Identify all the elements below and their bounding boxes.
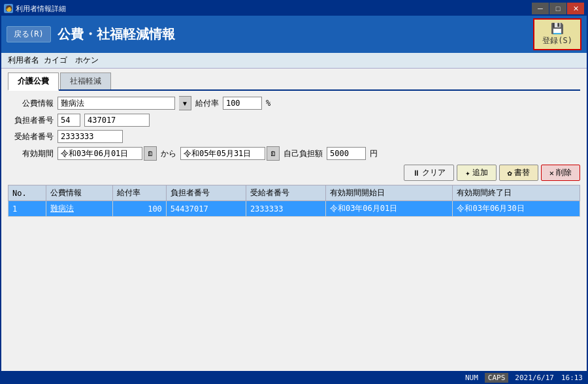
- back-button[interactable]: 戻る(R): [7, 26, 51, 42]
- cell-futan: 54437017: [166, 201, 246, 217]
- form-section: 公費情報 ▼ 給付率 % 負担者番号 受給者番号 有効期間: [8, 96, 580, 161]
- col-futan: 負担者番号: [166, 185, 246, 201]
- cell-no: 1: [8, 201, 46, 217]
- table-row[interactable]: 1 難病法 100 54437017 2333333 令和03年06月01日 令…: [8, 201, 580, 217]
- close-button[interactable]: ✕: [567, 3, 584, 14]
- titlebar: 🧑 利用者情報詳細 ─ □ ✕: [1, 1, 587, 16]
- yukokikan-row: 有効期間 🗓 から 🗓 自己負担額 円: [8, 146, 580, 161]
- to-date-cal-button[interactable]: 🗓: [267, 146, 280, 161]
- kara-text: から: [161, 148, 176, 159]
- clear-button[interactable]: ⏸ クリア: [404, 165, 454, 181]
- add-label: 追加: [472, 167, 488, 178]
- add-button[interactable]: ✦ 追加: [457, 165, 496, 181]
- tab-kohi[interactable]: 介護公費: [8, 72, 59, 91]
- col-kyufu: 給付率: [112, 185, 166, 201]
- delete-button[interactable]: ✕ 削除: [541, 165, 580, 181]
- clear-label: クリア: [422, 167, 446, 178]
- register-button[interactable]: 💾 登録(S): [533, 18, 581, 50]
- table-header: No. 公費情報 給付率 負担者番号 受給者番号 有効期間開始日 有効期間終了日: [8, 185, 580, 201]
- from-date-cal-button[interactable]: 🗓: [144, 146, 157, 161]
- jukyusha-row: 受給者番号: [8, 130, 580, 143]
- titlebar-title: 利用者情報詳細: [16, 4, 66, 14]
- num-indicator: NUM: [465, 374, 478, 382]
- delete-label: 削除: [556, 167, 572, 178]
- kyufuritsu-input[interactable]: [223, 97, 262, 110]
- copy-icon: ✿: [508, 168, 512, 178]
- clear-icon: ⏸: [412, 168, 420, 178]
- maximize-button[interactable]: □: [549, 3, 566, 14]
- kyufuritsu-unit: %: [266, 99, 270, 108]
- table-header-row: No. 公費情報 給付率 負担者番号 受給者番号 有効期間開始日 有効期間終了日: [8, 185, 580, 201]
- titlebar-left: 🧑 利用者情報詳細: [4, 4, 66, 14]
- table-body: 1 難病法 100 54437017 2333333 令和03年06月01日 令…: [8, 201, 580, 217]
- kohi-info-label: 公費情報: [8, 98, 54, 109]
- yukokikan-label: 有効期間: [8, 148, 54, 159]
- futan-row: 負担者番号: [8, 114, 580, 127]
- cell-kohi-info: 難病法: [46, 201, 112, 217]
- header: 戻る(R) 公費・社福軽減情報 💾 登録(S): [1, 16, 587, 53]
- cell-jukyusha: 2333333: [246, 201, 325, 217]
- kohi-info-row: 公費情報 ▼ 給付率 %: [8, 96, 580, 110]
- jiko-input[interactable]: [327, 147, 366, 160]
- from-date-input[interactable]: [57, 147, 142, 160]
- minimize-button[interactable]: ─: [532, 3, 549, 14]
- col-jukyusha: 受給者番号: [246, 185, 325, 201]
- jukyusha-label: 受給者番号: [8, 131, 54, 142]
- jiko-label: 自己負担額: [284, 148, 323, 159]
- col-kohi: 公費情報: [46, 185, 112, 201]
- col-no: No.: [8, 185, 46, 201]
- futan-label: 負担者番号: [8, 115, 54, 126]
- jiko-unit: 円: [370, 148, 378, 159]
- statusbar: NUM CAPS 2021/6/17 16:13: [0, 371, 588, 384]
- datetime-display: 2021/6/17 16:13: [515, 373, 583, 383]
- header-left: 戻る(R) 公費・社福軽減情報: [7, 25, 175, 43]
- user-label: 利用者名: [8, 56, 39, 65]
- futan-input1[interactable]: [57, 114, 80, 127]
- tabs-container: 介護公費 社福軽減: [8, 72, 580, 91]
- jukyusha-input[interactable]: [57, 130, 123, 143]
- add-icon: ✦: [465, 168, 470, 178]
- caps-indicator: CAPS: [485, 373, 509, 383]
- kyufuritsu-label: 給付率: [195, 98, 219, 109]
- delete-icon: ✕: [549, 168, 554, 178]
- futan-input2[interactable]: [84, 114, 150, 127]
- cell-kyufu: 100: [112, 201, 166, 217]
- data-table: No. 公費情報 給付率 負担者番号 受給者番号 有効期間開始日 有効期間終了日…: [8, 185, 580, 217]
- to-date-container: 🗓: [180, 146, 280, 161]
- copy-label: 書替: [514, 167, 530, 178]
- register-label: 登録(S): [542, 35, 572, 46]
- user-info: 利用者名 カイゴ ホケン: [1, 53, 587, 69]
- app-icon: 🧑: [4, 4, 13, 13]
- from-date-container: 🗓: [57, 146, 157, 161]
- tab-shafu[interactable]: 社福軽減: [60, 72, 111, 89]
- titlebar-buttons: ─ □ ✕: [532, 3, 584, 14]
- kohi-info-dropdown[interactable]: ▼: [179, 96, 191, 110]
- col-start: 有効期間開始日: [325, 185, 453, 201]
- content-area: 介護公費 社福軽減 公費情報 ▼ 給付率 % 負担者番号 受給者番号: [1, 69, 587, 381]
- to-date-input[interactable]: [180, 147, 265, 160]
- page-title: 公費・社福軽減情報: [57, 25, 175, 43]
- cell-start: 令和03年06月01日: [325, 201, 453, 217]
- col-end: 有効期間終了日: [453, 185, 580, 201]
- copy-button[interactable]: ✿ 書替: [499, 165, 538, 181]
- kohi-info-input[interactable]: [57, 97, 175, 110]
- user-name: カイゴ ホケン: [44, 56, 99, 65]
- action-buttons: ⏸ クリア ✦ 追加 ✿ 書替 ✕ 削除: [8, 165, 580, 181]
- register-icon: 💾: [551, 22, 564, 35]
- content-area-inner: 介護公費 社福軽減 公費情報 ▼ 給付率 % 負担者番号 受給者番号: [8, 72, 580, 268]
- cell-end: 令和03年06月30日: [453, 201, 580, 217]
